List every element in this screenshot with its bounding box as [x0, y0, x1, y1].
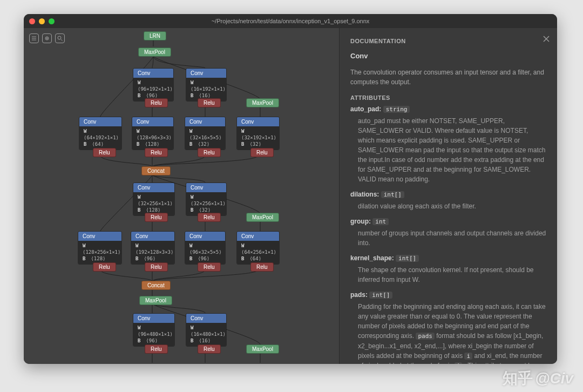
- node-concat[interactable]: Concat: [141, 166, 171, 175]
- node-relu[interactable]: Relu: [250, 262, 274, 272]
- node-relu[interactable]: Relu: [198, 344, 221, 354]
- fit-button[interactable]: [42, 33, 52, 43]
- search-button[interactable]: [55, 33, 65, 43]
- menu-button[interactable]: [29, 33, 39, 43]
- graph-canvas[interactable]: LRN MaxPool Conv W ⟨96×192×1×1⟩ B ⟨96⟩ C…: [24, 28, 339, 364]
- conv-header: Conv: [133, 69, 173, 78]
- node-maxpool[interactable]: MaxPool: [246, 213, 279, 222]
- doc-summary: The convolution operator consumes an inp…: [350, 67, 546, 87]
- node-lrn[interactable]: LRN: [144, 31, 166, 40]
- watermark: 知乎 @Civ: [503, 368, 573, 389]
- attr-dilations: dilations: int[] dilation value along ea…: [350, 191, 546, 211]
- workspace: LRN MaxPool Conv W ⟨96×192×1×1⟩ B ⟨96⟩ C…: [24, 28, 557, 364]
- node-conv[interactable]: Conv W ⟨128×96×3×3⟩B ⟨128⟩: [132, 117, 174, 150]
- node-maxpool[interactable]: MaxPool: [138, 48, 171, 57]
- node-relu[interactable]: Relu: [93, 262, 116, 272]
- titlebar: ~/Projects/netron/test/data/onnx/incepti…: [24, 14, 557, 28]
- node-relu[interactable]: Relu: [145, 344, 168, 354]
- node-relu[interactable]: Relu: [145, 148, 168, 157]
- node-relu[interactable]: Relu: [93, 148, 116, 157]
- window-title: ~/Projects/netron/test/data/onnx/incepti…: [24, 18, 557, 24]
- node-conv[interactable]: Conv W ⟨16×480×1×1⟩B ⟨16⟩: [186, 313, 227, 347]
- attr-pads-desc: Padding for the beginning and ending alo…: [358, 302, 546, 364]
- attr-kernel-shape: kernel_shape: int[] The shape of the con…: [350, 254, 546, 285]
- node-maxpool[interactable]: MaxPool: [139, 296, 172, 305]
- attributes-heading: ATTRIBUTES: [350, 94, 546, 101]
- node-conv[interactable]: Conv W ⟨192×128×3×3⟩B ⟨96⟩: [131, 231, 175, 265]
- node-conv[interactable]: Conv W ⟨64×192×1×1⟩B ⟨64⟩: [79, 117, 122, 150]
- node-conv[interactable]: Conv W ⟨96×32×5×5⟩B ⟨96⟩: [185, 231, 226, 265]
- node-relu[interactable]: Relu: [198, 148, 221, 157]
- node-conv[interactable]: Conv W ⟨32×16×5×5⟩B ⟨32⟩: [185, 117, 226, 150]
- conv-params: W ⟨96×192×1×1⟩ B ⟨96⟩: [133, 78, 173, 101]
- node-concat[interactable]: Concat: [141, 281, 171, 290]
- node-relu[interactable]: Relu: [198, 98, 221, 107]
- documentation-panel: DOCUMENTATION Conv The convolution opera…: [339, 28, 557, 364]
- node-conv[interactable]: Conv W ⟨32×192×1×1⟩B ⟨32⟩: [236, 117, 280, 150]
- node-conv[interactable]: Conv W ⟨96×192×1×1⟩ B ⟨96⟩: [133, 68, 174, 102]
- node-conv[interactable]: Conv W ⟨96×480×1×1⟩B ⟨96⟩: [133, 313, 175, 347]
- node-relu[interactable]: Relu: [145, 98, 168, 107]
- node-maxpool[interactable]: MaxPool: [246, 344, 279, 354]
- node-conv[interactable]: Conv W ⟨32×256×1×1⟩B ⟨128⟩: [133, 183, 175, 216]
- attr-pads: pads: int[] Padding for the beginning an…: [350, 291, 546, 364]
- node-maxpool[interactable]: MaxPool: [246, 98, 279, 107]
- node-conv[interactable]: Conv W ⟨64×256×1×1⟩B ⟨64⟩: [236, 231, 280, 265]
- doc-op-name: Conv: [350, 52, 546, 60]
- node-relu[interactable]: Relu: [250, 148, 274, 157]
- app-window: ~/Projects/netron/test/data/onnx/incepti…: [24, 14, 557, 364]
- node-conv[interactable]: Conv W ⟨16×192×1×1⟩ B ⟨16⟩: [186, 68, 227, 102]
- graph: LRN MaxPool Conv W ⟨96×192×1×1⟩ B ⟨96⟩ C…: [24, 28, 337, 364]
- node-relu[interactable]: Relu: [198, 262, 221, 272]
- node-relu[interactable]: Relu: [145, 213, 168, 222]
- graph-edges: [24, 28, 337, 364]
- node-conv[interactable]: Conv W ⟨128×256×1×1⟩B ⟨128⟩: [78, 231, 122, 265]
- canvas-toolbar: [29, 33, 65, 43]
- attr-group: group: int number of groups input channe…: [350, 218, 546, 248]
- doc-heading: DOCUMENTATION: [350, 38, 546, 44]
- node-conv[interactable]: Conv W ⟨32×256×1×1⟩B ⟨32⟩: [186, 183, 227, 216]
- node-relu[interactable]: Relu: [145, 262, 168, 272]
- node-relu[interactable]: Relu: [198, 213, 221, 222]
- attr-auto-pad: auto_pad: string auto_pad must be either…: [350, 105, 546, 184]
- close-panel-icon[interactable]: [543, 36, 550, 42]
- svg-point-1: [58, 36, 61, 39]
